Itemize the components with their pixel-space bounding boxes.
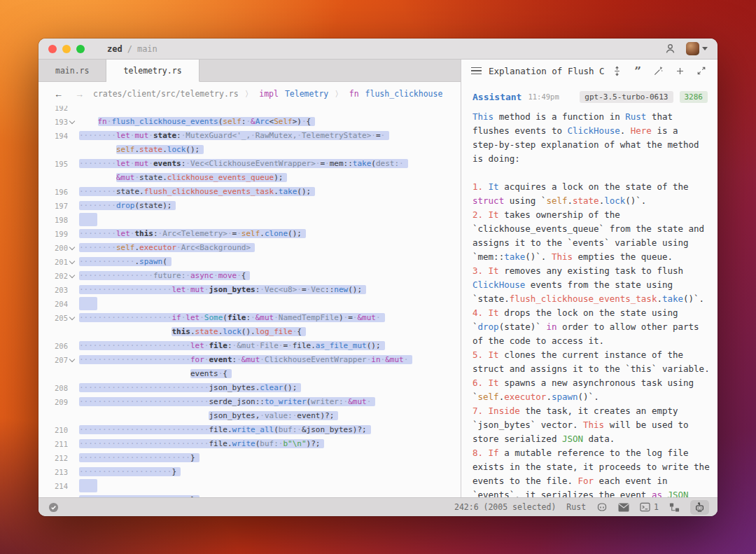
code-row[interactable]: 212························} [38,451,461,465]
language-selector[interactable]: Rust [566,502,586,512]
code-row[interactable]: 207························for·event:·&m… [38,353,461,367]
selection-highlight: ························} [79,453,200,462]
code-row[interactable]: json_bytes,·value:·event)?; [38,409,461,423]
breadcrumb-fn-name[interactable]: flush_clickhouse [365,89,443,99]
assistant-text-line: 3. It removes any existing task to flush [472,264,718,278]
nav-forward-button[interactable]: → [72,89,87,99]
quote-icon[interactable]: ” [634,67,641,76]
fold-gutter [68,185,79,199]
magic-wand-icon[interactable] [653,66,664,76]
fold-gutter [68,157,79,171]
fold-gutter [68,423,79,437]
cursor-position[interactable]: 242:6 (2005 selected) [454,502,556,512]
close-window-button[interactable] [48,45,57,53]
fold-gutter [68,395,79,409]
code-row[interactable]: 205····················if·let·Some(file:… [38,311,461,325]
assistant-text-line: `mem::take()`. This empties the queue. [472,250,718,264]
fold-gutter [68,227,79,241]
code-row[interactable]: 200········self.executor·Arc<Background> [38,241,461,255]
code-row[interactable]: this.state.lock().log_file·{ [38,325,461,339]
breadcrumb-path[interactable]: crates/client/src/telemetry.rs [93,89,239,99]
assistant-text-line: flushes events to ClickHouse. Here is a [472,124,718,138]
code-row[interactable]: events·{ [38,367,461,381]
selection-highlight [79,213,97,226]
token-count-badge: 3286 [680,91,708,103]
expand-icon[interactable] [696,66,706,76]
message-role[interactable]: Assistant [472,92,522,102]
menu-icon[interactable] [471,67,482,75]
project-panel-icon[interactable] [669,502,680,513]
code-row[interactable]: 214 [38,479,461,493]
selection-highlight: ····························json_bytes.c… [79,383,301,392]
code-row[interactable]: 201············.spawn( [38,255,461,269]
code-row[interactable]: 194········let·mut·state:·MutexGuard<'_,… [38,129,461,143]
code-row[interactable]: 198 [38,213,461,227]
assistant-toggle[interactable] [690,500,709,515]
selection-highlight: ········let·mut·events:·Vec<ClickhouseEv… [79,159,408,168]
code-row[interactable]: 213····················} [38,465,461,479]
selection-highlight: ····················} [79,467,181,476]
copilot-icon[interactable] [596,501,608,513]
model-badge[interactable]: gpt-3.5-turbo-0613 [580,91,673,103]
assistant-text-line: `state.flush_clickhouse_events_task.take… [472,292,718,306]
tab-telemetry-rs[interactable]: telemetry.rs [106,60,199,82]
fold-gutter [68,493,79,497]
code-row[interactable]: 209····························serde_jso… [38,395,461,409]
assistant-text-line: store serialized JSON data. [472,432,718,446]
selection-highlight [79,479,97,492]
new-conversation-icon[interactable] [676,67,685,76]
selection-highlight: ························let·file:·&mut·F… [79,341,385,350]
branch-name[interactable]: main [137,44,158,54]
fold-chevron-icon[interactable] [68,311,79,325]
fold-chevron-icon[interactable] [68,353,79,367]
code-row[interactable]: 199········let·this:·Arc<Telemetry>·=·se… [38,227,461,241]
selection-highlight: fn·flush_clickhouse_events(self:·&Arc<Se… [98,117,316,126]
assistant-text-line: exists in the state, it proceeds to writ… [472,460,718,474]
selection-highlight: ····························file.write(b… [79,439,324,448]
conversation-title[interactable]: Explanation of Flush Clic [489,66,605,76]
assistant-text-line: 4. It drops the lock on the state using [472,306,718,320]
code-row[interactable]: 210····························file.writ… [38,423,461,437]
diagnostics-check-icon[interactable] [48,502,59,513]
fold-chevron-icon[interactable] [68,241,79,255]
nav-back-button[interactable]: ← [51,89,66,99]
zoom-window-button[interactable] [76,45,85,53]
code-row[interactable]: 211····························file.writ… [38,437,461,451]
code-row[interactable]: 195········let·mut·events:·Vec<Clickhous… [38,157,461,171]
code-editor[interactable]: 192193 fn·flush_clickhouse_events(self:·… [38,106,461,497]
selection-highlight: ········drop(state); [79,201,176,210]
minimize-window-button[interactable] [62,45,71,53]
fold-chevron-icon[interactable] [68,269,79,283]
title-bar: zed / main [38,39,718,60]
code-row[interactable]: 206························let·file:·&mu… [38,339,461,353]
code-row[interactable]: 192 [38,106,461,115]
split-height-icon[interactable] [612,66,622,76]
code-row[interactable]: 197········drop(state); [38,199,461,213]
fold-gutter [68,171,79,185]
code-row[interactable]: 208····························json_byte… [38,381,461,395]
selection-highlight: ········self.executor·Arc<Background> [79,243,255,252]
fold-chevron-icon[interactable] [68,115,79,129]
conversation-body[interactable]: Assistant 11:49pm gpt-3.5-turbo-0613 328… [461,82,718,497]
user-menu[interactable] [686,42,708,55]
feedback-envelope-icon[interactable] [618,503,629,512]
editor-pane: main.rs telemetry.rs ← → crates/client/s… [38,60,461,497]
selection-highlight: ········let·this:·Arc<Telemetry>·=·self.… [79,229,306,238]
code-row[interactable]: &mut·state.clickhouse_events_queue); [38,171,461,185]
collaborator-icon[interactable] [664,43,676,55]
code-row[interactable]: 202················future:·async·move·{ [38,269,461,283]
tab-main-rs[interactable]: main.rs [38,60,106,81]
code-row[interactable]: 204 [38,297,461,311]
assistant-panel: Explanation of Flush Clic ” [461,60,718,497]
code-row[interactable]: 193 fn·flush_clickhouse_events(self:·&Ar… [38,115,461,129]
breadcrumb-impl-name[interactable]: Telemetry [285,89,328,99]
code-row[interactable]: 196········state.flush_clickhouse_events… [38,185,461,199]
assistant-text-line: 2. It takes ownership of the [472,208,718,222]
selection-highlight: ····················let·mut·json_bytes:·… [79,285,366,294]
terminal-toggle[interactable]: 1 [640,502,659,512]
code-row[interactable]: self.state.lock(); [38,143,461,157]
assistant-text-line [472,166,718,180]
fold-chevron-icon[interactable] [68,255,79,269]
code-row[interactable]: 203····················let·mut·json_byte… [38,283,461,297]
fold-gutter [68,437,79,451]
